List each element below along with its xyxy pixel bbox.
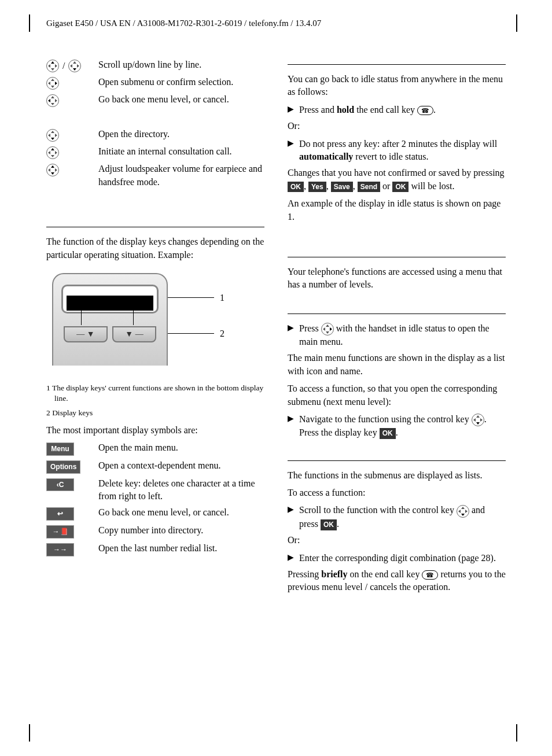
submenu-cancel: Pressing briefly on the end call key ☎ r… (288, 568, 506, 594)
main-menu-p1: The main menu functions are shown in the… (288, 352, 506, 378)
options-badge: Options (46, 460, 80, 474)
save-badge: Save (331, 182, 353, 193)
end-call-key-icon: ☎ (417, 106, 433, 115)
idle-step-2: Do not press any key: after 2 minutes th… (299, 138, 506, 164)
crop-mark (516, 14, 517, 32)
crop-mark (29, 724, 30, 742)
changes-warning: Changes that you have not confirmed or s… (288, 167, 506, 193)
soft-key-left: — ▼ (64, 326, 108, 342)
copy-badge: →📕 (46, 525, 74, 539)
delete-badge: ‹C (46, 478, 74, 492)
symbol-desc: Open the last number redial list. (98, 542, 264, 556)
page-header: Gigaset E450 / USA EN / A31008-M1702-R30… (35, 17, 517, 29)
control-left-icon (46, 94, 59, 107)
crop-mark (29, 14, 30, 32)
diagram-label-2: 2 (220, 327, 225, 340)
section-rule (288, 257, 506, 257)
back-badge: ↩ (46, 507, 74, 521)
symbol-desc: Copy number into directory. (98, 524, 264, 539)
ok-badge: OK (288, 182, 304, 193)
symbol-desc: Go back one menu level, or cancel. (98, 506, 264, 521)
nav-desc: Adjust loudspeaker volume for earpiece a… (98, 163, 264, 189)
section-rule (288, 460, 506, 461)
section-rule (46, 227, 264, 227)
redial-badge: →→ (46, 543, 74, 556)
ok-badge: OK (380, 428, 396, 439)
example-ref: An example of the display in idle status… (288, 197, 506, 223)
idle-step-1: Press and hold the end call key ☎. (299, 104, 506, 116)
control-right-icon (46, 77, 59, 90)
section-rule (288, 64, 506, 65)
display-keys-diagram: — ▼ ▼ — 1 2 (46, 273, 264, 377)
nav-desc: Go back one menu level, or cancel. (98, 93, 264, 107)
section-rule (288, 314, 506, 314)
slash: / (61, 60, 66, 72)
control-up-icon (46, 60, 59, 72)
symbols-intro: The most important display symbols are: (46, 424, 264, 437)
symbol-desc: Open the main menu. (98, 441, 264, 456)
nav-desc: Open the directory. (98, 128, 264, 142)
submenu-access: To access a function: (288, 486, 506, 499)
bullet-icon: ▶ (288, 322, 299, 349)
bullet-icon: ▶ (288, 138, 299, 164)
bullet-icon: ▶ (288, 552, 299, 565)
control-down-icon (68, 60, 81, 72)
or-label: Or: (288, 120, 506, 132)
control-key-icon (472, 414, 484, 426)
control-updown-icon (46, 164, 59, 176)
control-key-icon (321, 323, 334, 335)
bullet-icon: ▶ (288, 504, 299, 530)
diagram-caption-1: 1 The display keys' current functions ar… (46, 383, 264, 403)
ok-badge: OK (321, 519, 337, 530)
bullet-icon: ▶ (288, 104, 299, 116)
nav-desc: Open submenu or confirm selection. (98, 76, 264, 90)
idle-intro: You can go back to idle status from anyw… (288, 73, 506, 99)
menu-badge: Menu (46, 442, 74, 456)
nav-desc: Initiate an internal consultation call. (98, 145, 264, 159)
left-column: / Scroll up/down line by line. Open subm… (46, 58, 264, 599)
main-menu-step: Press with the handset in idle status to… (299, 322, 506, 349)
submenu-scroll: Scroll to the function with the control … (299, 504, 506, 530)
soft-key-right: ▼ — (112, 326, 156, 342)
display-keys-intro: The function of the display keys changes… (46, 235, 264, 261)
ok-badge: OK (392, 182, 409, 193)
symbol-desc: Delete key: deletes one character at a t… (98, 477, 264, 503)
menu-intro: Your telephone's functions are accessed … (288, 265, 506, 292)
symbol-desc: Open a context-dependent menu. (98, 459, 264, 474)
crop-mark (516, 724, 517, 742)
yes-badge: Yes (308, 182, 326, 193)
submenu-intro: The functions in the submenus are displa… (288, 469, 506, 482)
bullet-icon: ▶ (288, 413, 299, 440)
end-call-key-icon: ☎ (422, 570, 438, 580)
submenu-digit: Enter the corresponding digit combinatio… (299, 552, 506, 565)
main-menu-p2: To access a function, so that you open t… (288, 382, 506, 408)
control-up-icon (46, 146, 59, 159)
control-down-icon (46, 129, 59, 142)
diagram-label-1: 1 (220, 292, 225, 304)
main-menu-nav: Navigate to the function using the contr… (299, 413, 506, 440)
control-key-icon (457, 505, 469, 518)
diagram-caption-2: 2 Display keys (46, 408, 264, 418)
nav-desc: Scroll up/down line by line. (98, 58, 264, 72)
or-label: Or: (288, 534, 506, 547)
right-column: You can go back to idle status from anyw… (288, 58, 506, 599)
send-badge: Send (358, 182, 380, 193)
